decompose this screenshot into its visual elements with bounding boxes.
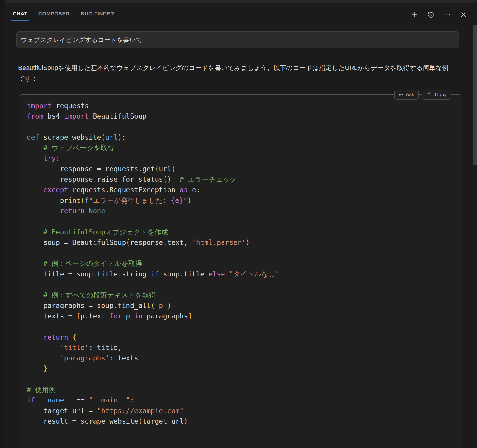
tab-bug-finder[interactable]: BUG FINDER [80,7,115,22]
code-line: from bs4 import BeautifulSoup [27,111,456,122]
ask-button-label: Ask [406,92,414,98]
code-line: return { [27,332,456,343]
code-line: # 使用例 [27,385,456,395]
scrollbar-thumb[interactable] [473,25,477,165]
header-actions [411,11,477,18]
code-line [27,374,456,385]
history-button[interactable] [427,11,435,18]
top-strip [5,0,477,3]
code-line: soup = BeautifulSoup(response.text, 'htm… [27,237,456,248]
code-line [27,248,456,258]
more-icon [444,11,451,18]
code-line: response.raise_for_status() # エラーチェック [27,174,456,185]
tab-composer[interactable]: COMPOSER [38,7,70,22]
copy-button[interactable]: Copy [422,90,451,100]
code-line: texts = [p.text for p in paragraphs] [27,311,456,321]
close-icon [460,11,467,18]
prompt-input[interactable] [17,32,459,48]
new-chat-button[interactable] [411,11,418,18]
code-line: # ウェブページを取得 [27,143,456,153]
code-line [27,321,456,332]
code-line: } [27,363,456,374]
assistant-intro-text: BeautifulSoupを使用した基本的なウェブスクレイピングのコードを書いて… [18,63,450,84]
plus-icon [411,11,418,18]
code-line: title = soup.title.string if soup.title … [27,269,456,279]
code-line: result = scrape_website(target_url) [27,416,456,427]
code-line: # 例：すべての段落テキストを取得 [27,290,456,300]
code-block: ↩ Ask Copy import requestsfrom bs4 impor… [20,94,462,448]
code-line: return None [27,206,456,216]
prompt-input-box [16,31,459,48]
code-line: import requests [27,101,456,111]
code-line: print(f"エラーが発生しました: {e}") [27,195,456,206]
code-line: if __name__ == "__main__": [27,395,456,405]
code-line [27,122,456,132]
code-line: paragraphs = soup.find_all('p') [27,301,456,311]
code-line [27,279,456,290]
tab-bar: CHAT COMPOSER BUG FINDER [5,7,115,22]
code-line [27,216,456,227]
copy-button-label: Copy [435,92,447,98]
code-line: response = requests.get(url) [27,164,456,174]
code-line: 'paragraphs': texts [27,353,456,363]
ask-button[interactable]: ↩ Ask [394,90,419,100]
code-block-actions: ↩ Ask Copy [394,90,451,100]
code-line: # BeautifulSoupオブジェクトを作成 [27,227,456,237]
copy-icon [427,92,432,98]
more-button[interactable] [443,11,451,18]
code-line: except requests.RequestException as e: [27,185,456,195]
code-line: def scrape_website(url): [27,132,456,143]
panel-header: CHAT COMPOSER BUG FINDER [5,3,477,26]
tab-chat[interactable]: CHAT [12,7,28,22]
ask-arrow-icon: ↩ [399,92,403,97]
code-line: 'title': title, [27,343,456,353]
code-line: target_url = "https://example.com" [27,406,456,416]
close-button[interactable] [460,11,467,18]
code-content: import requestsfrom bs4 import Beautiful… [20,95,462,434]
chat-panel: CHAT COMPOSER BUG FINDER [0,0,477,448]
left-rail [0,0,4,448]
code-line: # 例：ページのタイトルを取得 [27,258,456,269]
code-line: try: [27,153,456,164]
history-icon [427,11,435,18]
